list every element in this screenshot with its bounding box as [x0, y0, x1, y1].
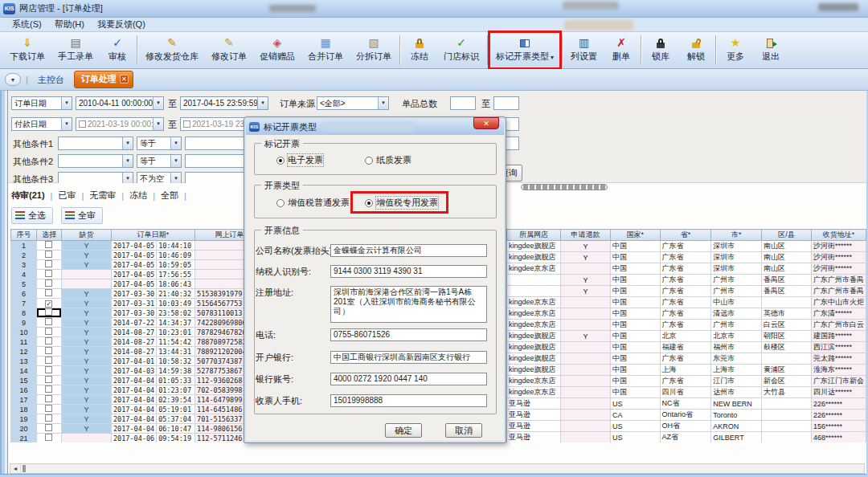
row-select-cell[interactable] — [36, 395, 61, 405]
chevron-down-icon[interactable]: ▾ — [170, 155, 181, 167]
chevron-down-icon[interactable]: ▾ — [61, 97, 72, 109]
column-header[interactable]: 序号 — [11, 230, 37, 241]
table-row[interactable]: Y中国广东省广州市番禺区广东广州市番禺 — [507, 275, 866, 286]
row-select-cell[interactable] — [36, 251, 61, 260]
chevron-down-icon[interactable]: ▾ — [153, 97, 163, 109]
select-all-button[interactable]: 全选 — [11, 207, 53, 224]
row-checkbox[interactable] — [45, 405, 52, 412]
toolbar-button[interactable]: ✗删单 — [604, 32, 639, 68]
row-checkbox[interactable] — [45, 308, 52, 316]
other-condition-value-input[interactable] — [185, 154, 246, 168]
row-checkbox[interactable] — [45, 376, 52, 383]
row-select-cell[interactable] — [36, 308, 61, 318]
order-tab[interactable]: 全部 — [161, 190, 178, 202]
table-row[interactable]: 亚马逊USOH省AKRON156****** — [507, 421, 866, 432]
other-condition-field-combo[interactable]: ▾ — [58, 137, 133, 150]
toolbar-button[interactable]: 标记开票类型▾ — [489, 32, 560, 68]
close-tab-icon[interactable]: ✕ — [120, 75, 129, 84]
table-row[interactable]: kingdee京东店中国广东省广州市白云区广东广州市白云 — [507, 320, 866, 331]
item-qty-to-input[interactable] — [493, 96, 519, 110]
field-input[interactable]: 4000 0272 1920 0447 140 — [330, 373, 487, 385]
row-checkbox[interactable] — [45, 328, 52, 335]
toolbar-button[interactable]: ✎修改订单 — [205, 32, 253, 68]
toolbar-button[interactable]: ▧分拆订单 — [350, 32, 398, 68]
field-input[interactable]: 深圳市前海深港合作区前湾一路1号A栋201室（入驻深圳市前海商务秘书有限公司） — [330, 286, 487, 323]
row-select-cell[interactable] — [36, 260, 61, 270]
table-row[interactable]: kingdee京东店中国广东省深圳市南山区沙河街****** — [507, 263, 866, 275]
row-select-cell[interactable] — [36, 376, 61, 385]
column-header[interactable]: 选择 — [36, 230, 61, 241]
checkbox-icon[interactable] — [79, 120, 86, 128]
row-select-cell[interactable]: ✓ — [36, 299, 61, 308]
table-row[interactable]: kingdee京东店中国广东省清远市英德市广东清****** — [507, 308, 866, 320]
order-tab[interactable]: 已审 — [58, 190, 76, 202]
chevron-down-icon[interactable]: ▾ — [153, 118, 163, 130]
row-select-cell[interactable] — [36, 289, 61, 299]
column-header[interactable]: 申请退款 — [560, 230, 610, 241]
toolbar-button[interactable]: ✓审核 — [100, 32, 135, 68]
order-tab[interactable]: 待审(21) — [11, 190, 45, 202]
row-select-cell[interactable] — [36, 434, 61, 443]
row-select-cell[interactable] — [36, 385, 61, 395]
row-checkbox[interactable] — [45, 270, 52, 277]
toolbar-button[interactable]: ▦合并订单 — [301, 32, 350, 68]
collapse-panel-button[interactable]: ▼ — [5, 73, 21, 86]
chevron-down-icon[interactable]: ▾ — [122, 155, 133, 167]
row-checkbox[interactable] — [45, 385, 52, 393]
row-select-cell[interactable] — [36, 279, 61, 289]
scroll-thumb[interactable] — [23, 465, 26, 472]
cancel-button[interactable]: 取消 — [445, 423, 482, 438]
filter-field-combo-1[interactable]: 订单日期▾ — [11, 96, 72, 110]
row-checkbox[interactable] — [45, 414, 52, 422]
field-input[interactable]: 0755-86071526 — [330, 328, 487, 341]
toolbar-button[interactable]: 锁库 — [643, 32, 678, 68]
row-checkbox[interactable] — [45, 318, 52, 325]
row-select-cell[interactable] — [36, 270, 61, 279]
column-header[interactable]: 国家* — [610, 230, 660, 241]
column-header[interactable]: 缺货 — [61, 230, 111, 241]
tab-order-processing[interactable]: 订单处理 ✕ — [74, 71, 133, 88]
pay-date-from-input[interactable]: 2021-03-19 00:00:0▾ — [76, 117, 164, 131]
row-checkbox[interactable] — [45, 357, 52, 364]
other-condition-value-input[interactable] — [185, 137, 246, 150]
field-input[interactable]: 金蝶蝶金云计算有限公司 — [330, 244, 487, 257]
radio-纸质发票[interactable]: 纸质发票 — [365, 154, 411, 166]
row-select-cell[interactable] — [36, 414, 61, 424]
table-row[interactable]: kingdee京东店中国广东省江门市新会区广东江门市新会 — [507, 376, 866, 387]
other-condition-op-combo[interactable]: 等于▾ — [137, 137, 182, 150]
toolbar-button[interactable]: ★更多 — [718, 32, 753, 68]
radio-增值税普通发票[interactable]: 增值税普通发票 — [276, 197, 350, 209]
field-input[interactable]: 9144 0300 3119 4390 31 — [330, 265, 487, 278]
dialog-close-button[interactable]: ✕ — [473, 117, 499, 129]
table-row[interactable]: kingdee旗舰店Y中国广东省深圳市南山区沙河街****** — [507, 241, 866, 252]
row-select-cell[interactable] — [36, 337, 61, 347]
tab-main-console[interactable]: 主控台 — [33, 72, 69, 88]
order-date-to-input[interactable]: 2017-04-15 23:59:59▾ — [180, 96, 268, 110]
chevron-down-icon[interactable]: ▾ — [551, 54, 554, 61]
row-checkbox[interactable] — [45, 347, 52, 354]
row-checkbox[interactable] — [45, 241, 52, 248]
field-input[interactable]: 中国工商银行深圳高新园南区支行银行 — [330, 351, 487, 364]
table-row[interactable]: 亚马逊USAZ省GILBERT468****** — [507, 432, 866, 443]
table-row[interactable]: kingdee旗舰店Y中国广东省深圳市南山区沙河街****** — [507, 252, 866, 263]
chevron-down-icon[interactable]: ▾ — [257, 97, 268, 109]
row-checkbox[interactable] — [45, 279, 52, 287]
row-select-cell[interactable] — [36, 241, 61, 251]
other-condition-op-combo[interactable]: 等于▾ — [137, 154, 182, 168]
order-tab[interactable]: 无需审 — [89, 190, 116, 202]
table-row[interactable]: Y中国广东省广州市番禺区广东广州市番禺 — [507, 286, 866, 297]
row-checkbox[interactable] — [45, 251, 52, 258]
row-checkbox[interactable] — [45, 424, 52, 431]
table-row[interactable]: 亚马逊USNC省NEW BERN226****** — [507, 398, 866, 410]
row-select-cell[interactable] — [36, 347, 61, 357]
menu-item[interactable]: 我要反馈(Q) — [92, 18, 151, 31]
table-row[interactable]: kingdee旗舰店Y中国北京北京市朝阳区建国路****** — [507, 331, 866, 342]
row-checkbox[interactable] — [45, 434, 52, 441]
column-header[interactable]: 所属网店 — [507, 230, 561, 241]
field-input[interactable]: 15019998888 — [330, 394, 487, 407]
filter-field-combo-2[interactable]: 付款日期▾ — [11, 117, 72, 131]
toolbar-button[interactable]: 退出 — [753, 32, 788, 68]
order-source-combo[interactable]: <全部>▾ — [317, 96, 389, 110]
menu-item[interactable]: 帮助(H) — [49, 18, 90, 31]
ok-button[interactable]: 确定 — [385, 423, 422, 438]
